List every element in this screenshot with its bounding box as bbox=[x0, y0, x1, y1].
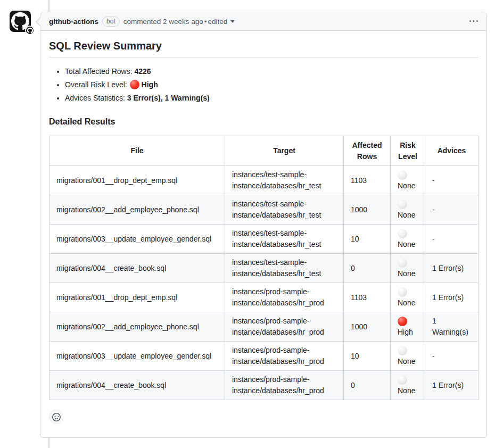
column-header-advices: Advices bbox=[425, 136, 478, 166]
risk-level-text: None bbox=[398, 180, 418, 192]
summary-list: Total Affected Rows: 4226 Overall Risk L… bbox=[49, 66, 478, 104]
risk-level-cell: None bbox=[391, 283, 425, 312]
meta-separator: • bbox=[204, 18, 207, 26]
white-circle-emoji bbox=[398, 287, 407, 297]
smiley-icon bbox=[52, 413, 61, 421]
summary-item-advices-statistics: Advices Statistics: 3 Error(s), 1 Warnin… bbox=[65, 93, 478, 104]
file-cell: migrations/004__create_book.sql bbox=[50, 371, 225, 400]
risk-level-text: High bbox=[398, 327, 418, 338]
bot-badge: bot bbox=[102, 16, 120, 27]
edited-label: edited bbox=[208, 18, 228, 26]
risk-level-text: None bbox=[398, 268, 418, 279]
white-circle-emoji bbox=[398, 200, 407, 209]
white-circle-emoji bbox=[398, 346, 407, 355]
affected-rows-cell: 10 bbox=[344, 342, 391, 371]
target-cell: instances/test-sample-instance/databases… bbox=[225, 254, 344, 283]
affected-rows-cell: 1103 bbox=[344, 283, 391, 312]
risk-level-cell: None bbox=[391, 254, 425, 283]
summary-item-label: Total Affected Rows: bbox=[65, 67, 134, 76]
white-circle-emoji bbox=[398, 375, 407, 385]
table-header-row: File Target Affected Rows Risk Level Adv… bbox=[50, 136, 478, 166]
kebab-menu-button[interactable] bbox=[469, 17, 478, 26]
summary-item-label: Overall Risk Level: bbox=[65, 80, 129, 89]
summary-item-value: 4226 bbox=[134, 67, 151, 76]
column-header-risk-level: Risk Level bbox=[391, 136, 425, 166]
affected-rows-cell: 10 bbox=[344, 225, 391, 254]
summary-item-value: High bbox=[142, 80, 158, 89]
risk-level-text: None bbox=[398, 297, 418, 309]
github-actions-avatar[interactable] bbox=[10, 11, 31, 32]
risk-level-cell: None bbox=[391, 225, 425, 254]
summary-title: SQL Review Summary bbox=[49, 39, 478, 57]
risk-level-text: None bbox=[398, 356, 418, 367]
white-circle-emoji bbox=[398, 258, 407, 268]
risk-level-text: None bbox=[398, 210, 418, 221]
target-cell: instances/prod-sample-instance/databases… bbox=[225, 371, 344, 400]
edited-dropdown[interactable]: edited bbox=[208, 18, 235, 26]
risk-level-cell: None bbox=[391, 371, 425, 400]
table-row: migrations/003__update_employee_gender.s… bbox=[50, 342, 478, 371]
chevron-down-icon bbox=[230, 20, 235, 23]
target-cell: instances/test-sample-instance/databases… bbox=[225, 166, 344, 195]
target-cell: instances/test-sample-instance/databases… bbox=[225, 195, 344, 225]
white-circle-emoji bbox=[398, 170, 407, 180]
advices-cell: - bbox=[425, 166, 478, 195]
advices-cell: 1 Error(s) bbox=[425, 254, 478, 283]
summary-item-value: 3 Error(s), 1 Warning(s) bbox=[127, 94, 210, 102]
advices-cell: 1 Error(s) bbox=[425, 371, 478, 400]
file-cell: migrations/001__drop_dept_emp.sql bbox=[50, 283, 225, 312]
column-header-file: File bbox=[50, 136, 225, 166]
red-circle-emoji bbox=[130, 80, 139, 89]
comment-body: SQL Review Summary Total Affected Rows: … bbox=[40, 31, 486, 433]
risk-level-text: None bbox=[398, 239, 418, 250]
comment-box: github-actions bot commented 2 weeks ago… bbox=[40, 12, 487, 438]
file-cell: migrations/003__update_employee_gender.s… bbox=[50, 225, 225, 254]
affected-rows-cell: 1103 bbox=[344, 166, 391, 195]
details-title: Detailed Results bbox=[49, 117, 478, 127]
target-cell: instances/prod-sample-instance/databases… bbox=[225, 283, 344, 312]
table-row: migrations/001__drop_dept_emp.sql instan… bbox=[50, 166, 478, 195]
results-table: File Target Affected Rows Risk Level Adv… bbox=[49, 136, 478, 400]
affected-rows-cell: 0 bbox=[344, 371, 391, 400]
risk-level-cell: None bbox=[391, 195, 425, 225]
table-row: migrations/004__create_book.sql instance… bbox=[50, 371, 478, 400]
table-row: migrations/002__add_employee_phone.sql i… bbox=[50, 195, 478, 225]
add-reaction-button[interactable] bbox=[49, 410, 63, 424]
comment-author[interactable]: github-actions bbox=[49, 18, 98, 26]
advices-cell: 1 Warning(s) bbox=[425, 312, 478, 342]
summary-item-total-affected-rows: Total Affected Rows: 4226 bbox=[65, 66, 478, 77]
table-row: migrations/004__create_book.sql instance… bbox=[50, 254, 478, 283]
affected-rows-cell: 1000 bbox=[344, 195, 391, 225]
risk-level-cell: None bbox=[391, 166, 425, 195]
affected-rows-cell: 1000 bbox=[344, 312, 391, 342]
comment-timestamp[interactable]: commented 2 weeks ago bbox=[123, 18, 203, 26]
risk-level-cell: None bbox=[391, 342, 425, 371]
table-row: migrations/003__update_employee_gender.s… bbox=[50, 225, 478, 254]
kebab-horizontal-icon bbox=[469, 17, 478, 26]
table-row: migrations/002__add_employee_phone.sql i… bbox=[50, 312, 478, 342]
file-cell: migrations/002__add_employee_phone.sql bbox=[50, 312, 225, 342]
target-cell: instances/prod-sample-instance/databases… bbox=[225, 312, 344, 342]
advices-cell: - bbox=[425, 195, 478, 225]
file-cell: migrations/002__add_employee_phone.sql bbox=[50, 195, 225, 225]
advices-cell: - bbox=[425, 225, 478, 254]
risk-level-cell: High bbox=[391, 312, 425, 342]
advices-cell: 1 Error(s) bbox=[425, 283, 478, 312]
risk-level-text: None bbox=[398, 385, 418, 396]
column-header-affected-rows: Affected Rows bbox=[344, 136, 391, 166]
target-cell: instances/prod-sample-instance/databases… bbox=[225, 342, 344, 371]
summary-item-overall-risk-level: Overall Risk Level: High bbox=[65, 79, 478, 90]
bot-avatar-badge bbox=[25, 26, 35, 35]
comment-header: github-actions bot commented 2 weeks ago… bbox=[40, 12, 486, 31]
red-circle-emoji bbox=[398, 317, 407, 326]
file-cell: migrations/001__drop_dept_emp.sql bbox=[50, 166, 225, 195]
summary-item-label: Advices Statistics: bbox=[65, 94, 127, 102]
advices-cell: - bbox=[425, 342, 478, 371]
file-cell: migrations/004__create_book.sql bbox=[50, 254, 225, 283]
affected-rows-cell: 0 bbox=[344, 254, 391, 283]
table-row: migrations/001__drop_dept_emp.sql instan… bbox=[50, 283, 478, 312]
column-header-target: Target bbox=[225, 136, 344, 166]
white-circle-emoji bbox=[398, 229, 407, 238]
target-cell: instances/test-sample-instance/databases… bbox=[225, 225, 344, 254]
file-cell: migrations/003__update_employee_gender.s… bbox=[50, 342, 225, 371]
